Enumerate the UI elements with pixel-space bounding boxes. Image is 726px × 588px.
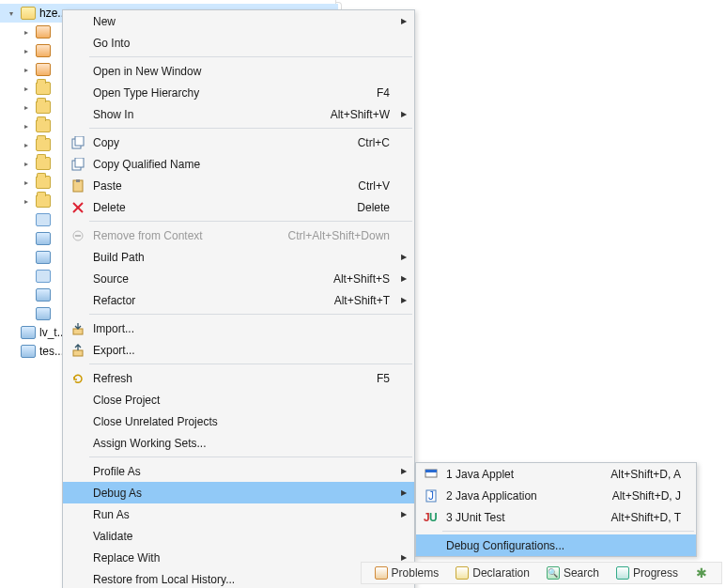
separator [442, 531, 694, 532]
blank [6, 346, 17, 357]
expand-triangle-icon[interactable]: ▸ [21, 26, 32, 38]
folder-icon [36, 138, 51, 151]
submenu-java-applet[interactable]: 1 Java AppletAlt+Shift+D, A [416, 463, 696, 485]
closed-project-icon [21, 326, 36, 339]
submenu-junit-test[interactable]: JU 3 JUnit TestAlt+Shift+D, T [416, 506, 696, 528]
menu-close-project[interactable]: Close Project [63, 389, 414, 410]
svg-rect-11 [73, 350, 83, 356]
menu-build-path[interactable]: Build Path▶ [63, 246, 414, 268]
tab-ant[interactable]: ✱ [687, 563, 716, 583]
menu-validate[interactable]: Validate [63, 525, 414, 547]
tab-progress[interactable]: Progress [609, 563, 686, 583]
expand-triangle-icon[interactable]: ▾ [6, 8, 17, 19]
menu-remove-context: Remove from ContextCtrl+Alt+Shift+Down [63, 224, 414, 246]
menu-refactor[interactable]: RefactorAlt+Shift+T▶ [63, 289, 414, 311]
svg-rect-5 [76, 179, 80, 182]
tab-search[interactable]: 🔍Search [539, 563, 607, 583]
submenu-arrow-icon: ▶ [399, 296, 409, 304]
menu-copy-qualified-name[interactable]: Copy Qualified Name [63, 153, 414, 175]
svg-text:U: U [429, 511, 438, 524]
expand-triangle-icon[interactable]: ▸ [21, 195, 32, 207]
separator [89, 456, 412, 457]
menu-delete[interactable]: DeleteDelete [63, 196, 414, 218]
folder-icon [36, 119, 51, 132]
remove-context-icon [69, 228, 87, 243]
folder-icon [36, 157, 51, 170]
menu-assign-working-sets[interactable]: Assign Working Sets... [63, 432, 414, 454]
java-applet-icon [422, 467, 440, 482]
expand-triangle-icon[interactable]: ▸ [21, 101, 32, 113]
blank-icon [69, 14, 87, 29]
paste-icon [69, 178, 87, 193]
file-icon [36, 251, 51, 264]
expand-triangle-icon[interactable]: ▸ [21, 177, 32, 188]
submenu-arrow-icon: ▶ [399, 510, 409, 518]
svg-text:J: J [428, 489, 434, 503]
menu-paste[interactable]: PasteCtrl+V [63, 175, 414, 196]
expand-triangle-icon[interactable]: ▸ [21, 83, 32, 94]
menu-go-into[interactable]: Go Into [63, 32, 414, 54]
submenu-arrow-icon: ▶ [399, 553, 409, 562]
expand-triangle-icon[interactable]: ▸ [21, 45, 32, 56]
tab-problems[interactable]: Problems [367, 563, 447, 583]
svg-rect-1 [75, 136, 84, 146]
submenu-arrow-icon: ▶ [399, 17, 409, 25]
tab-declaration[interactable]: Declaration [448, 563, 537, 583]
blank [21, 271, 32, 282]
file-icon [36, 307, 51, 320]
expand-triangle-icon[interactable]: ▸ [21, 120, 32, 132]
source-folder-icon [36, 25, 51, 39]
java-application-icon: J [422, 488, 440, 503]
folder-icon [36, 82, 51, 95]
menu-run-as[interactable]: Run As▶ [63, 503, 414, 525]
delete-icon [69, 200, 87, 215]
folder-icon [36, 101, 51, 114]
svg-rect-3 [75, 158, 84, 167]
import-icon [69, 321, 87, 336]
menu-close-unrelated[interactable]: Close Unrelated Projects [63, 410, 414, 432]
blank [21, 252, 32, 263]
folder-icon [36, 176, 51, 189]
project-icon [21, 7, 36, 20]
file-icon [36, 270, 51, 283]
file-icon [36, 288, 51, 302]
menu-export[interactable]: Export... [63, 339, 414, 361]
copy-icon [69, 135, 87, 150]
menu-new[interactable]: New▶ [63, 10, 414, 32]
library-icon [36, 63, 51, 76]
tree-label: tes... [39, 345, 64, 358]
blank [21, 289, 32, 301]
submenu-java-application[interactable]: J 2 Java ApplicationAlt+Shift+D, J [416, 485, 696, 506]
submenu-arrow-icon: ▶ [399, 274, 409, 283]
separator [89, 56, 412, 57]
submenu-debug-configurations[interactable]: Debug Configurations... [416, 534, 696, 556]
blank [6, 327, 17, 338]
menu-open-type-hierarchy[interactable]: Open Type HierarchyF4 [63, 82, 414, 103]
menu-debug-as[interactable]: Debug As▶ [63, 482, 414, 503]
declaration-icon [456, 566, 469, 580]
copy-qualified-icon [69, 157, 87, 172]
menu-import[interactable]: Import... [63, 317, 414, 339]
menu-source[interactable]: SourceAlt+Shift+S▶ [63, 268, 414, 289]
refresh-icon [69, 371, 87, 386]
submenu-arrow-icon: ▶ [399, 467, 409, 475]
expand-triangle-icon[interactable]: ▸ [21, 139, 32, 150]
search-icon: 🔍 [547, 566, 560, 580]
folder-icon [36, 194, 51, 208]
library-icon [36, 44, 51, 57]
closed-project-icon [21, 345, 36, 358]
file-icon [36, 213, 51, 226]
menu-profile-as[interactable]: Profile As▶ [63, 460, 414, 482]
menu-refresh[interactable]: RefreshF5 [63, 367, 414, 389]
expand-triangle-icon[interactable]: ▸ [21, 158, 32, 169]
blank [21, 233, 32, 244]
separator [89, 364, 412, 364]
separator [89, 221, 412, 222]
menu-show-in[interactable]: Show InAlt+Shift+W▶ [63, 103, 414, 125]
blank [21, 214, 32, 225]
menu-copy[interactable]: CopyCtrl+C [63, 132, 414, 153]
expand-triangle-icon[interactable]: ▸ [21, 64, 32, 75]
menu-open-new-window[interactable]: Open in New Window [63, 60, 414, 82]
svg-rect-13 [425, 470, 437, 472]
progress-icon [616, 566, 629, 580]
